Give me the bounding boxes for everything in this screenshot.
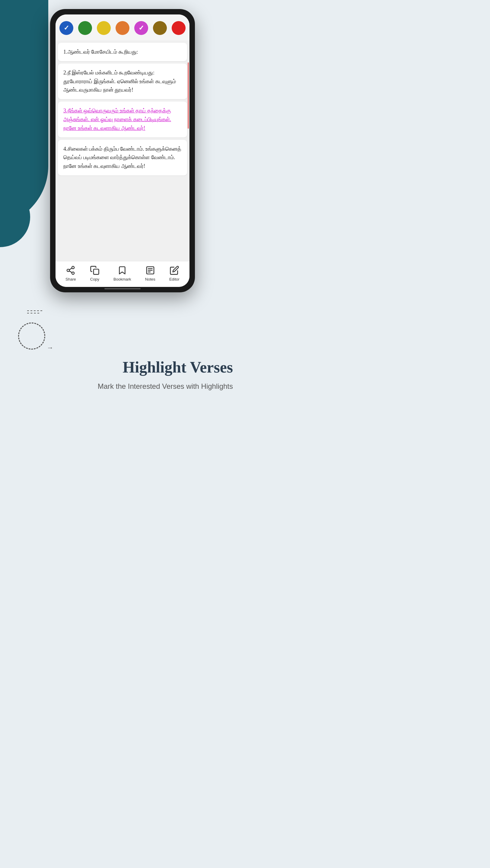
color-dot-blue[interactable] bbox=[59, 21, 73, 35]
svg-line-4 bbox=[69, 268, 72, 270]
highlight-verses-title: Highlight Verses bbox=[123, 359, 233, 376]
highlight-verses-subtitle: Mark the Interested Verses with Highligh… bbox=[98, 381, 233, 392]
color-dot-pink[interactable]: ✓ bbox=[134, 21, 148, 35]
share-icon bbox=[66, 266, 76, 275]
bookmark-button[interactable]: Bookmark bbox=[113, 266, 131, 281]
editor-label: Editor bbox=[169, 277, 179, 281]
color-dot-yellow[interactable] bbox=[97, 21, 111, 35]
color-dot-brown[interactable] bbox=[153, 21, 167, 35]
phone-frame: ✓ 1.ஆண்டவர் மோசேயிடம் கூறியது: 2.நீ இஸ்ர… bbox=[50, 9, 195, 292]
bottom-toolbar: Share Copy Bookmark bbox=[56, 261, 190, 287]
dashed-decoration: → bbox=[18, 322, 45, 350]
verses-container: 1.ஆண்டவர் மோசேயிடம் கூறியது: 2.நீ இஸ்ரயே… bbox=[56, 40, 190, 261]
home-indicator bbox=[105, 288, 141, 289]
share-button[interactable]: Share bbox=[65, 266, 76, 281]
arrow-right-icon: → bbox=[47, 344, 53, 352]
color-dot-green[interactable] bbox=[78, 21, 92, 35]
svg-rect-5 bbox=[93, 269, 99, 274]
bookmark-label: Bookmark bbox=[113, 277, 131, 281]
verse-2: 2.நீ இஸ்ரயேல் மக்களிடம் கூறவேண்டியது: தூ… bbox=[58, 64, 187, 99]
notes-label: Notes bbox=[145, 277, 155, 281]
verse-4: 4.சிலைகள் பக்கம் திரும்ப வேண்டாம். உங்கள… bbox=[58, 140, 187, 176]
notes-icon bbox=[145, 266, 155, 275]
phone-screen: ✓ 1.ஆண்டவர் மோசேயிடம் கூறியது: 2.நீ இஸ்ர… bbox=[56, 14, 190, 287]
copy-button[interactable]: Copy bbox=[90, 266, 99, 281]
dashed-line-2 bbox=[27, 313, 39, 313]
share-label: Share bbox=[65, 277, 76, 281]
phone-wrapper: ✓ 1.ஆண்டவர் மோசேயிடம் கூறியது: 2.நீ இஸ்ர… bbox=[50, 9, 195, 292]
svg-line-3 bbox=[69, 271, 72, 273]
dashed-lines bbox=[27, 310, 42, 313]
color-dot-red[interactable] bbox=[172, 21, 185, 35]
color-picker-row: ✓ bbox=[56, 14, 190, 40]
copy-icon bbox=[90, 266, 99, 275]
dashed-circle: → bbox=[18, 322, 45, 350]
color-dot-orange[interactable] bbox=[116, 21, 129, 35]
editor-icon bbox=[170, 266, 179, 275]
copy-label: Copy bbox=[90, 277, 99, 281]
editor-button[interactable]: Editor bbox=[169, 266, 179, 281]
notes-button[interactable]: Notes bbox=[145, 266, 155, 281]
scroll-indicator bbox=[188, 62, 189, 129]
verse-1: 1.ஆண்டவர் மோசேயிடம் கூறியது: bbox=[58, 43, 187, 61]
bookmark-icon bbox=[117, 266, 127, 275]
dashed-line-1 bbox=[27, 310, 42, 311]
verse-3: 3.நீங்கள் ஒவ்வொருவரும் உங்கள் தாய் தந்தை… bbox=[58, 101, 187, 137]
